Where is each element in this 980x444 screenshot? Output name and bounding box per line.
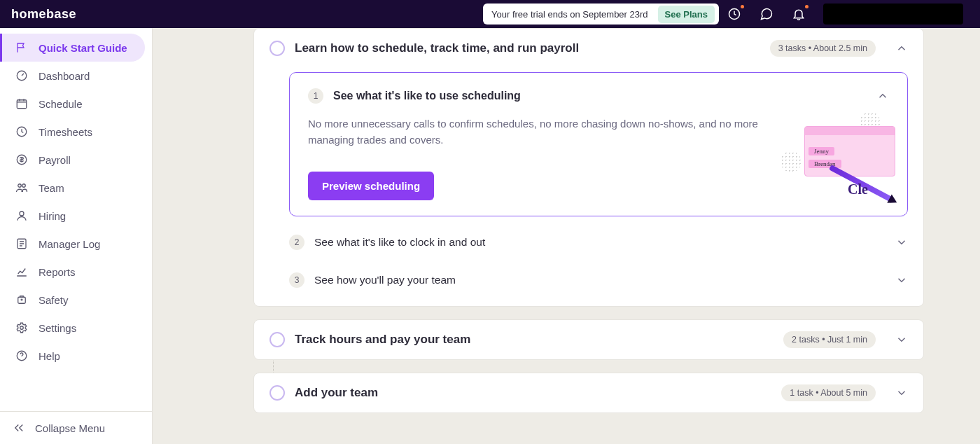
illustration-name-1: Jenny: [808, 147, 834, 155]
activity-clock-icon[interactable]: [727, 6, 742, 22]
trial-banner: Your free trial ends on September 23rd S…: [483, 4, 719, 25]
sidebar-item-label: Team: [38, 182, 64, 194]
task-group-track-hours: Track hours and pay your team 2 tasks • …: [253, 319, 924, 360]
collapse-menu-button[interactable]: Collapse Menu: [0, 411, 152, 444]
chevron-up-icon: [895, 42, 908, 55]
subtask-title: See what it's like to use scheduling: [333, 90, 857, 102]
sidebar-item-payroll[interactable]: Payroll: [0, 146, 152, 174]
task-group-title: Track hours and pay your team: [295, 333, 774, 347]
task-group-title: Learn how to schedule, track time, and r…: [295, 41, 760, 55]
subtask-title: See what it's like to clock in and out: [314, 236, 485, 249]
illustration-signature: Cle: [848, 181, 868, 197]
svg-rect-2: [17, 100, 27, 109]
account-menu[interactable]: [823, 4, 963, 25]
task-group-add-team: Add your team 1 task • About 5 min: [253, 373, 924, 413]
chart-icon: [15, 265, 29, 279]
dollar-icon: [15, 153, 29, 167]
svg-point-10: [20, 326, 24, 330]
chevron-down-icon: [895, 274, 908, 286]
sidebar-item-settings[interactable]: Settings: [0, 314, 152, 342]
task-group-title: Add your team: [295, 386, 771, 400]
sidebar-item-reports[interactable]: Reports: [0, 258, 152, 286]
sidebar-item-safety[interactable]: Safety: [0, 286, 152, 314]
subtask-header[interactable]: 1 See what it's like to use scheduling: [308, 88, 889, 104]
sidebar-item-dashboard[interactable]: Dashboard: [0, 62, 152, 90]
collapse-label: Collapse Menu: [35, 422, 105, 434]
team-icon: [15, 181, 29, 195]
sidebar-item-label: Safety: [38, 294, 69, 306]
radio-unchecked-icon[interactable]: [270, 385, 285, 401]
subtask-row-clock-in[interactable]: 2 See what it's like to clock in and out: [289, 230, 908, 254]
sidebar-item-hiring[interactable]: Hiring: [0, 202, 152, 230]
gear-icon: [15, 321, 29, 335]
brand-logo[interactable]: homebase: [11, 7, 76, 22]
sidebar: Quick Start Guide Dashboard Schedule Tim…: [0, 28, 153, 444]
preview-scheduling-button[interactable]: Preview scheduling: [308, 172, 434, 200]
svg-point-5: [18, 184, 22, 188]
subtask-description: No more unnecessary calls to confirm sch…: [308, 116, 764, 148]
task-group-header[interactable]: Learn how to schedule, track time, and r…: [270, 40, 908, 57]
sidebar-item-label: Quick Start Guide: [38, 42, 127, 54]
task-group-learn: Learn how to schedule, track time, and r…: [253, 28, 924, 307]
scheduling-illustration: Jenny Brendan Cle: [780, 116, 889, 200]
sidebar-item-timesheets[interactable]: Timesheets: [0, 118, 152, 146]
calendar-icon: [15, 97, 29, 111]
bell-icon[interactable]: [791, 6, 806, 22]
trial-text: Your free trial ends on September 23rd: [491, 9, 648, 20]
step-number-badge: 1: [308, 88, 323, 104]
sidebar-item-label: Reports: [38, 266, 76, 278]
clock-icon: [15, 125, 29, 139]
sidebar-item-label: Settings: [38, 322, 76, 334]
person-icon: [15, 209, 29, 223]
log-icon: [15, 237, 29, 251]
sidebar-item-label: Hiring: [38, 210, 66, 222]
main-content: Learn how to schedule, track time, and r…: [153, 28, 980, 444]
sidebar-item-help[interactable]: Help: [0, 342, 152, 370]
sidebar-item-label: Dashboard: [38, 70, 90, 82]
sidebar-item-team[interactable]: Team: [0, 174, 152, 202]
sidebar-item-label: Timesheets: [38, 126, 92, 138]
sidebar-item-label: Schedule: [38, 98, 83, 110]
help-icon: [15, 349, 29, 363]
subtask-card-scheduling: 1 See what it's like to use scheduling N…: [289, 72, 908, 216]
notification-dot-icon: [741, 5, 744, 8]
chevron-down-icon: [895, 333, 908, 346]
sidebar-item-label: Payroll: [38, 154, 71, 166]
sidebar-item-label: Help: [38, 350, 60, 362]
radio-unchecked-icon[interactable]: [270, 332, 285, 347]
see-plans-button[interactable]: See Plans: [658, 6, 715, 23]
sidebar-item-schedule[interactable]: Schedule: [0, 90, 152, 118]
safety-icon: [15, 293, 29, 307]
chevron-down-icon: [895, 236, 908, 249]
chat-icon[interactable]: [759, 6, 774, 22]
subtask-row-pay-team[interactable]: 3 See how you'll pay your team: [289, 268, 908, 292]
svg-point-7: [20, 211, 24, 216]
subtask-title: See how you'll pay your team: [314, 274, 456, 286]
task-group-header[interactable]: Track hours and pay your team 2 tasks • …: [270, 331, 908, 348]
task-group-meta: 1 task • About 5 min: [781, 384, 876, 401]
task-group-meta: 2 tasks • Just 1 min: [783, 331, 876, 348]
collapse-icon: [13, 422, 25, 434]
radio-unchecked-icon[interactable]: [270, 41, 285, 56]
chevron-down-icon: [895, 387, 908, 399]
notification-dot-icon: [805, 5, 808, 8]
step-number-badge: 3: [289, 272, 304, 288]
sidebar-item-quick-start[interactable]: Quick Start Guide: [0, 34, 145, 62]
step-number-badge: 2: [289, 235, 304, 250]
task-group-header[interactable]: Add your team 1 task • About 5 min: [270, 384, 908, 401]
flag-icon: [15, 41, 29, 55]
chevron-up-icon: [876, 90, 889, 102]
topbar: homebase Your free trial ends on Septemb…: [0, 0, 980, 28]
sidebar-item-manager-log[interactable]: Manager Log: [0, 230, 152, 258]
dashboard-icon: [15, 69, 29, 83]
svg-point-6: [22, 184, 26, 188]
task-group-meta: 3 tasks • About 2.5 min: [770, 40, 876, 57]
sidebar-item-label: Manager Log: [38, 238, 100, 250]
